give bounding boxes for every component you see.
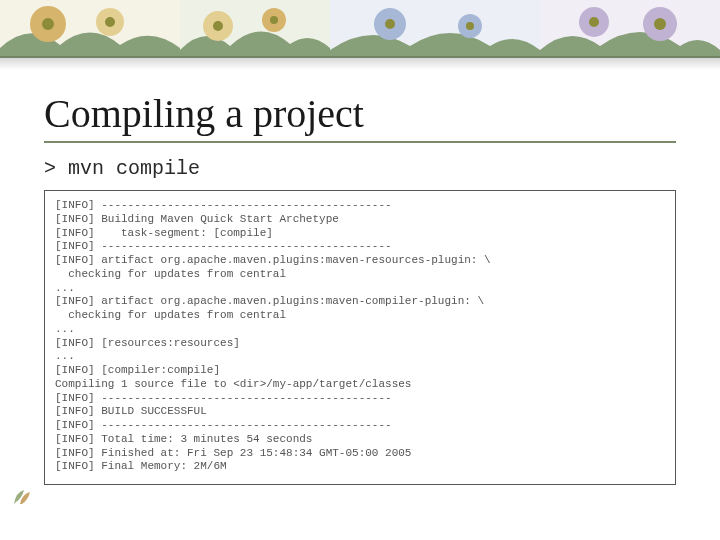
svg-point-19 xyxy=(654,18,666,30)
leaf-bullet-icon xyxy=(12,486,32,506)
svg-point-12 xyxy=(385,19,395,29)
slide-title: Compiling a project xyxy=(44,90,676,143)
svg-point-2 xyxy=(42,18,54,30)
svg-point-7 xyxy=(213,21,223,31)
floral-icon xyxy=(540,0,720,58)
command-line: > mvn compile xyxy=(44,157,676,180)
slide-content: Compiling a project > mvn compile [INFO]… xyxy=(44,90,676,485)
floral-icon xyxy=(330,0,540,58)
svg-point-14 xyxy=(466,22,474,30)
slide: Compiling a project > mvn compile [INFO]… xyxy=(0,0,720,540)
floral-icon xyxy=(0,0,180,58)
svg-point-4 xyxy=(105,17,115,27)
svg-point-9 xyxy=(270,16,278,24)
floral-icon xyxy=(180,0,330,58)
decorative-banner xyxy=(0,0,720,70)
svg-point-17 xyxy=(589,17,599,27)
terminal-output: [INFO] ---------------------------------… xyxy=(44,190,676,485)
